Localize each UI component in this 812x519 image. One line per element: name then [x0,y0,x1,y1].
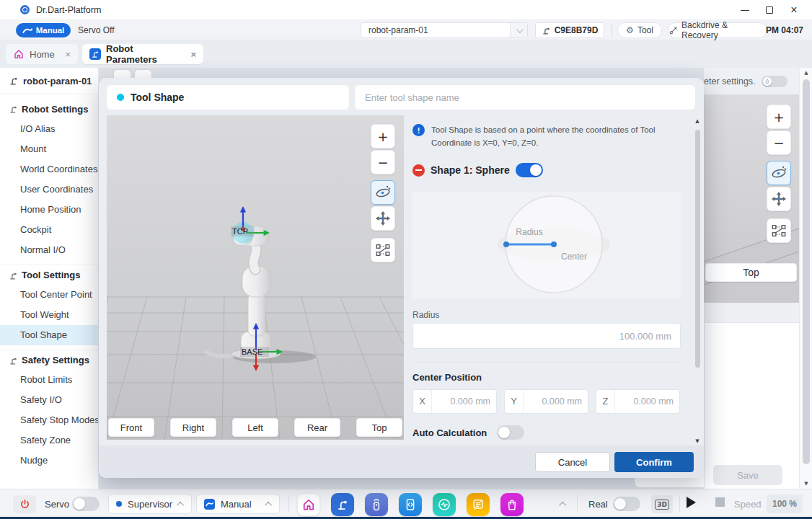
center-x-input[interactable] [432,396,496,407]
sidebar-item-io-alias[interactable]: I/O Alias [0,119,98,139]
shape-enable-toggle[interactable] [516,163,543,177]
sidebar-item-nudge[interactable]: Nudge [0,451,98,471]
maximize-icon [766,6,773,14]
app-store-icon[interactable] [500,493,524,516]
tab-robot-parameters-close-icon[interactable]: × [190,49,196,60]
sidebar-section-tool-settings[interactable]: Tool Settings [0,265,98,285]
sidebar-item-tool-weight[interactable]: Tool Weight [0,305,98,325]
sidebar-section-robot-settings[interactable]: Robot Settings [0,99,98,119]
bg-view-top-button[interactable]: Top [705,263,797,282]
real-label: Real [588,499,608,510]
sidebar-item-tool-center-point[interactable]: Tool Center Point [0,285,98,305]
mode-selector[interactable]: Manual [196,494,280,514]
sidebar-item-mount[interactable]: Mount [0,139,98,159]
app-report-icon[interactable] [467,493,490,516]
view-top-button[interactable]: Top [356,418,402,437]
scrollbar-thumb[interactable] [695,130,700,368]
save-button[interactable]: Save [713,465,782,485]
rotate-tool-button[interactable] [371,180,395,205]
bg-measure-tool-button[interactable] [767,218,791,243]
pan-tool-button[interactable] [371,206,395,231]
sidebar-item-normal-io[interactable]: Normal I/O [0,240,98,260]
background-3d-viewport[interactable]: + − Top [704,94,799,303]
scroll-down-icon[interactable]: ▼ [800,479,812,489]
bg-zoom-in-button[interactable]: + [767,105,791,129]
panel-scrollbar[interactable]: ▲ ▼ [692,118,702,444]
view-front-button[interactable]: Front [108,418,154,437]
real-toggle[interactable] [613,497,640,511]
maximize-button[interactable] [757,0,782,20]
param-file-dropdown[interactable]: robot-param-01 [361,22,528,38]
remove-shape-icon[interactable] [412,164,425,177]
auto-calculation-toggle[interactable] [497,425,524,440]
radius-input[interactable] [412,323,681,349]
sidebar-label: Safety Settings [22,350,89,370]
tool-button[interactable]: ⚙ Tool [617,22,662,38]
sidebar-section-safety-settings[interactable]: Safety Settings [0,350,98,370]
sidebar-item-safety-zone[interactable]: Safety Zone [0,430,98,451]
cancel-button[interactable]: Cancel [535,452,610,472]
simulator-3d-button[interactable]: 3D [651,495,673,513]
sidebar-item-user-coordinates[interactable]: User Coordinates [0,179,98,200]
sphere-diagram: Radius Center [412,192,681,298]
confirm-button[interactable]: Confirm [614,452,694,472]
tab-home[interactable]: Home × [6,44,78,64]
app-code-icon[interactable] [399,493,422,516]
scrollbar-thumb[interactable] [803,79,810,464]
tool-shape-name-input[interactable] [355,85,695,110]
close-window-button[interactable]: × [782,0,806,20]
app-monitoring-icon[interactable] [433,493,456,516]
robot-parameters-icon [89,48,101,60]
scroll-down-icon[interactable]: ▼ [692,438,702,444]
page-scrollbar[interactable]: ▲ ▼ [799,68,812,489]
scroll-up-icon[interactable]: ▲ [800,68,812,78]
mode-value: Manual [221,499,252,510]
measure-tool-button[interactable] [371,238,395,262]
sidebar-item-home-position[interactable]: Home Position [0,200,98,220]
sidebar-item-safety-stop-modes[interactable]: Safety Stop Modes [0,410,98,430]
view-left-button[interactable]: Left [232,418,278,437]
view-right-button[interactable]: Right [170,418,216,437]
tab-robot-parameters[interactable]: Robot Parameters × [82,44,203,64]
manual-mode-button[interactable]: Manual [16,23,71,37]
expand-dock-chevron-icon[interactable] [559,502,566,509]
tab-home-close-icon[interactable]: × [65,49,71,60]
sidebar-item-robot-limits[interactable]: Robot Limits [0,370,98,390]
bg-zoom-out-button[interactable]: − [767,130,791,155]
servo-toggle[interactable] [72,497,100,511]
speed-value: 100 % [767,494,803,513]
power-button[interactable] [13,495,36,513]
sidebar-item-cockpit[interactable]: Cockpit [0,220,98,240]
robot-file-icon [9,76,19,86]
stop-button[interactable] [715,497,725,507]
app-home-icon[interactable] [297,493,320,516]
app-robot-params-icon[interactable] [331,493,354,516]
power-icon [19,499,30,510]
backdrive-recovery-button[interactable]: Backdrive & Recovery [668,22,767,38]
sidebar-item-world-coordinates[interactable]: World Coordinates [0,159,98,179]
zoom-out-button[interactable]: − [371,150,395,174]
app-teach-pendant-icon[interactable] [365,493,388,516]
bg-rotate-tool-button[interactable] [767,161,791,185]
robot-3d-viewport[interactable]: TCP BASE + − [107,115,404,440]
sidebar-item-safety-io[interactable]: Safety I/O [0,390,98,410]
bg-pan-tool-button[interactable] [767,187,791,211]
role-selector[interactable]: Supervisor [108,494,192,514]
sphere-diagram-svg: Radius Center [412,192,681,298]
sidebar-label: Tool Settings [22,265,80,285]
play-button[interactable] [687,497,696,508]
view-rear-button[interactable]: Rear [294,418,340,437]
brand-swoosh-icon [22,27,32,34]
sidebar-list: Robot Settings I/O Alias Mount World Coo… [0,94,98,471]
center-y-input[interactable] [524,396,588,407]
minimize-button[interactable] [733,0,757,20]
zoom-in-button[interactable]: + [371,124,395,148]
device-id-button[interactable]: C9E8B79D [535,22,604,38]
scroll-up-icon[interactable]: ▲ [692,118,702,124]
lock-toggle[interactable] [762,76,787,87]
backdrive-label: Backdrive & Recovery [681,20,767,40]
center-z-input[interactable] [615,396,679,407]
3d-badge-icon: 3D [655,500,669,510]
close-icon: × [790,4,797,16]
sidebar-item-tool-shape[interactable]: Tool Shape [0,325,98,345]
